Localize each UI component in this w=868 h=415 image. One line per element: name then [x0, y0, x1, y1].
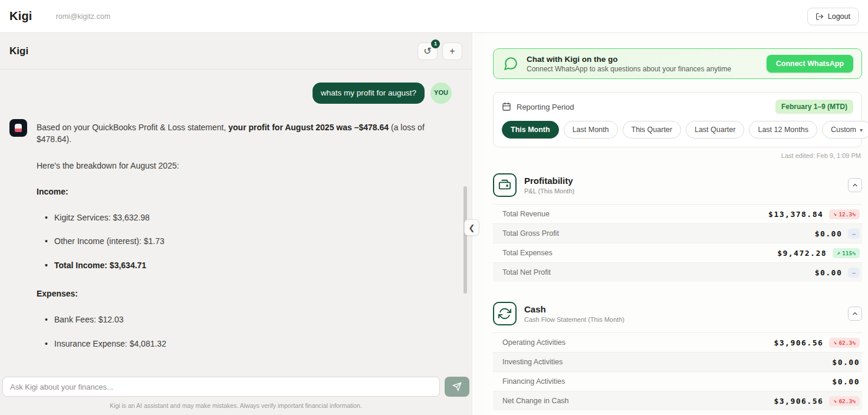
top-bar: Kigi romi@kigitz.com Logout [0, 0, 868, 33]
chat-title: Kigi [9, 45, 28, 57]
neutral-badge: — [848, 229, 860, 239]
history-count-badge: 1 [431, 39, 440, 48]
calendar-icon [502, 102, 511, 111]
send-button[interactable] [445, 377, 469, 397]
table-row: Financing Activities $0.00 [493, 371, 862, 391]
reporting-period-label: Reporting Period [517, 103, 574, 111]
section-title: Cash [524, 304, 624, 314]
whatsapp-banner: Chat with Kigi on the go Connect WhatsAp… [493, 48, 862, 79]
chevron-down-icon: ▾ [860, 127, 863, 133]
last-edited-timestamp: Last edited: Feb 9, 1:09 PM [494, 152, 861, 159]
chat-bubble-icon [503, 56, 518, 71]
list-item: Insurance Expense: $4,081.32 [45, 338, 452, 350]
cash-cycle-icon [493, 302, 517, 325]
section-subtitle: P&L (This Month) [524, 187, 574, 195]
trend-down-icon: ↘ [833, 211, 837, 217]
profitability-section: Profitability P&L (This Month) Total Rev… [493, 173, 862, 282]
expenses-heading: Expenses: [37, 288, 452, 299]
chat-input-row [0, 373, 472, 397]
chevron-up-icon [851, 310, 859, 317]
tab-this-quarter[interactable]: This Quarter [623, 121, 681, 139]
wallet-icon [493, 173, 517, 197]
chevron-up-icon [851, 182, 859, 189]
logout-button[interactable]: Logout [807, 8, 859, 25]
panel-divider: ❮ [472, 33, 484, 415]
table-row: Total Gross Profit $0.00 — [493, 223, 862, 243]
history-icon: ↺ [423, 45, 431, 57]
trend-up-icon: ↗ [837, 250, 840, 256]
tab-last-month[interactable]: Last Month [564, 121, 618, 139]
new-chat-button[interactable]: + [442, 42, 462, 60]
trend-badge: ↘12.3% [829, 209, 860, 219]
collapse-section-button[interactable] [848, 178, 862, 192]
chat-panel: Kigi ↺ 1 + whats my profit for august? Y… [0, 33, 472, 415]
period-tabs: This Month Last Month This Quarter Last … [502, 121, 853, 139]
logout-icon [816, 12, 824, 21]
collapse-panel-button[interactable]: ❮ [464, 219, 479, 236]
list-item: Total Income: $3,634.71 [45, 259, 452, 271]
chat-messages[interactable]: whats my profit for august? YOU Based on… [0, 70, 472, 373]
finance-panel: Chat with Kigi on the go Connect WhatsAp… [484, 33, 868, 415]
income-heading: Income: [37, 186, 452, 197]
chat-history-button[interactable]: ↺ 1 [417, 42, 438, 60]
tab-last-12-months[interactable]: Last 12 Months [749, 121, 817, 139]
list-item: Other Income (interest): $1.73 [45, 235, 452, 247]
chat-input[interactable] [2, 377, 440, 397]
assistant-intro: Based on your QuickBooks Profit & Loss s… [37, 121, 452, 146]
tab-last-quarter[interactable]: Last Quarter [686, 121, 744, 139]
connect-whatsapp-button[interactable]: Connect WhatsApp [767, 55, 853, 73]
trend-badge: ↘62.3% [829, 396, 860, 406]
income-list: Kigitz Services: $3,632.98 Other Income … [45, 212, 452, 271]
kigi-avatar [9, 119, 27, 137]
table-row: Operating Activities $3,906.56 ↘62.3% [493, 332, 862, 352]
expenses-list: Bank Fees: $12.03 Insurance Expense: $4,… [45, 314, 452, 350]
table-row: Net Change in Cash $3,906.56 ↘62.3% [493, 391, 862, 410]
user-message-row: whats my profit for august? YOU [9, 83, 452, 104]
banner-title: Chat with Kigi on the go [527, 55, 731, 64]
tab-this-month[interactable]: This Month [502, 121, 559, 139]
tab-custom[interactable]: Custom ▾ [822, 121, 868, 139]
send-icon [452, 382, 462, 391]
list-item: Kigitz Services: $3,632.98 [45, 212, 452, 223]
chat-scrollbar[interactable] [463, 186, 467, 294]
section-subtitle: Cash Flow Statement (This Month) [524, 316, 624, 323]
assistant-message-row: Based on your QuickBooks Profit & Loss s… [9, 119, 452, 366]
assistant-message: Based on your QuickBooks Profit & Loss s… [37, 119, 452, 366]
list-item: Bank Fees: $12.03 [45, 314, 452, 325]
neutral-badge: — [848, 268, 860, 278]
app-logo: Kigi [9, 9, 32, 23]
table-row: Total Expenses $9,472.28 ↗115% [493, 243, 862, 262]
period-badge: February 1–9 (MTD) [775, 100, 853, 114]
collapse-section-button[interactable] [848, 307, 862, 321]
chat-header: Kigi ↺ 1 + [0, 33, 472, 70]
reporting-period-card: Reporting Period February 1–9 (MTD) This… [493, 92, 862, 147]
chevron-left-icon: ❮ [469, 223, 475, 232]
ai-disclaimer: Kigi is an AI assistant and may make mis… [0, 397, 472, 415]
trend-badge: ↘62.3% [829, 338, 860, 348]
section-title: Profitability [524, 176, 574, 186]
user-avatar: YOU [430, 83, 452, 104]
trend-badge: ↗115% [833, 248, 860, 258]
banner-subtitle: Connect WhatsApp to ask questions about … [527, 65, 731, 73]
trend-down-icon: ↘ [833, 340, 837, 345]
table-row: Total Net Profit $0.00 — [493, 262, 862, 282]
trend-down-icon: ↘ [833, 398, 837, 404]
user-message-bubble: whats my profit for august? [313, 83, 425, 104]
cash-section: Cash Cash Flow Statement (This Month) Op… [493, 302, 862, 410]
table-row: Total Revenue $13,378.84 ↘12.3% [493, 204, 862, 223]
assistant-breakdown-line: Here's the breakdown for August 2025: [37, 160, 452, 172]
table-row: Investing Activities $0.00 [493, 352, 862, 371]
user-email: romi@kigitz.com [56, 12, 111, 21]
logout-label: Logout [828, 12, 850, 21]
